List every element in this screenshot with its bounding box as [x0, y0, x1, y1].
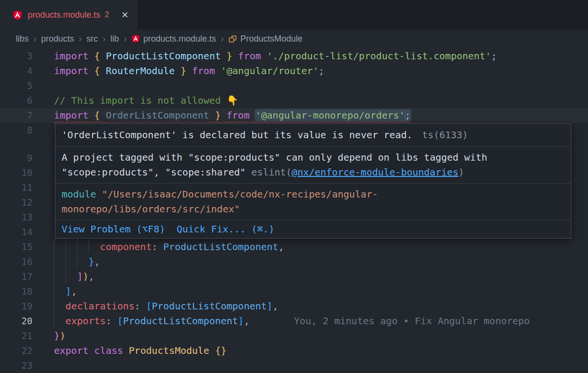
line-number[interactable]: 15 [0, 240, 32, 254]
code-token: '@angular-monorepo/orders' [255, 110, 405, 121]
code-line-4[interactable]: 4import { RouterModule } from '@angular/… [0, 64, 588, 78]
line-content: ], [54, 284, 77, 299]
line-number[interactable]: 21 [0, 329, 32, 343]
code-line-19[interactable]: 19 declarations: [ProductListComponent], [0, 299, 588, 314]
code-line-18[interactable]: 18 ], [0, 284, 588, 299]
breadcrumb-item-products-module-ts[interactable]: products.module.ts [131, 34, 216, 44]
code-line-7[interactable]: 7import { OrderListComponent } from '@an… [0, 108, 588, 123]
line-number[interactable]: 14 [0, 225, 32, 240]
line-content: import { OrderListComponent } from '@ang… [54, 108, 411, 123]
code-line-17[interactable]: 17 ]), [0, 269, 588, 284]
code-token: ProductListComponent [152, 300, 267, 312]
code-line-3[interactable]: 3import { ProductListComponent } from '.… [0, 49, 588, 64]
hover-tooltip: 'OrderListComponent' is declared but its… [55, 123, 571, 239]
eslint-rule-link[interactable]: @nx/enforce-module-boundaries [292, 166, 459, 178]
line-number[interactable]: 4 [0, 64, 32, 78]
line-number[interactable]: 8 [0, 123, 32, 138]
line-number[interactable]: 18 [0, 284, 32, 299]
code-token: '@angular/router' [221, 65, 319, 77]
code-token: ] [267, 300, 273, 312]
breadcrumb-label: lib [110, 34, 119, 44]
code-token: from [186, 65, 221, 77]
code-token: { [94, 50, 106, 62]
line-number[interactable]: 17 [0, 269, 32, 284]
code-token: ProductListComponent [163, 241, 278, 252]
code-token: } [54, 330, 60, 341]
git-blame-annotation: You, 2 minutes ago • Fix Angular monorep… [294, 315, 530, 327]
code-line-6[interactable]: 6// This import is not allowed 👇 [0, 93, 588, 108]
line-content: }) [54, 329, 65, 343]
code-token: ; [405, 110, 411, 121]
breadcrumb-separator: › [103, 34, 106, 44]
code-line-20[interactable]: 20 exports: [ProductListComponent],You, … [0, 314, 588, 329]
line-number[interactable]: 5 [0, 78, 32, 93]
code-token: , [94, 256, 100, 267]
line-number[interactable]: 12 [0, 195, 32, 210]
quick-fix-button[interactable]: Quick Fix... (⌘.) [177, 222, 275, 237]
line-number[interactable]: 16 [0, 254, 32, 269]
line-number[interactable]: 9 [0, 151, 32, 165]
code-line-23[interactable]: 23 [0, 358, 588, 373]
breadcrumb-separator: › [124, 34, 127, 44]
code-line-16[interactable]: 16 }, [0, 254, 588, 269]
code-token: , [273, 300, 278, 312]
code-line-22[interactable]: 22export class ProductsModule {} [0, 343, 588, 358]
line-number[interactable]: 6 [0, 93, 32, 108]
line-number[interactable]: 23 [0, 358, 32, 373]
code-token: exports [65, 315, 106, 327]
breadcrumb-item-productsmodule[interactable]: ProductsModule [228, 34, 302, 44]
line-content: declarations: [ProductListComponent], [54, 299, 278, 314]
line-number[interactable]: 13 [0, 210, 32, 225]
code-token: declarations [65, 300, 135, 312]
code-token: [ [146, 300, 152, 312]
line-content: // This import is not allowed 👇 [54, 93, 238, 108]
code-line-5[interactable]: 5 [0, 78, 588, 93]
code-token: import [54, 110, 94, 121]
line-number[interactable]: 19 [0, 299, 32, 314]
line-number[interactable]: 7 [0, 108, 32, 123]
eslint-message-line1: A project tagged with "scope:products" c… [62, 150, 565, 165]
code-token: // This import is not allowed 👇 [54, 95, 238, 106]
tab-products-module[interactable]: products.module.ts 2 × [0, 0, 139, 30]
code-token: } [88, 256, 94, 267]
angular-icon [12, 10, 22, 20]
hover-eslint-diagnostic: A project tagged with "scope:products" c… [55, 147, 571, 184]
code-token: from [232, 50, 267, 62]
tab-problem-count: 2 [105, 10, 109, 20]
code-token: ) [60, 330, 65, 341]
breadcrumb-item-src[interactable]: src [86, 34, 98, 44]
line-number[interactable]: 3 [0, 49, 32, 64]
code-token: import [54, 65, 94, 77]
line-number[interactable]: 10 [0, 165, 32, 180]
code-token: RouterModule [106, 65, 175, 77]
code-token: ProductListComponent [106, 50, 221, 62]
breadcrumb-separator: › [33, 34, 36, 44]
code-token: OrderListComponent [106, 110, 209, 121]
line-number[interactable]: 20 [0, 314, 32, 329]
module-path-line2: monorepo/libs/orders/src/index" [62, 203, 240, 215]
code-token: ] [77, 271, 83, 282]
code-token: , [71, 285, 77, 297]
indent-guide [77, 239, 77, 269]
breadcrumb-item-lib[interactable]: lib [110, 34, 119, 44]
code-editor[interactable]: 3import { ProductListComponent } from '.… [0, 48, 588, 373]
code-token [54, 315, 65, 327]
breadcrumb-item-products[interactable]: products [41, 34, 74, 44]
indent-guide [88, 239, 89, 254]
line-number[interactable]: 11 [0, 180, 32, 195]
eslint-message-line2: "scope:products", "scope:shared"eslint(@… [62, 165, 565, 180]
code-token: ) [83, 271, 88, 282]
class-icon [228, 34, 237, 43]
code-line-21[interactable]: 21}) [0, 329, 588, 343]
view-problem-button[interactable]: View Problem (⌥F8) [62, 222, 165, 237]
line-number[interactable]: 22 [0, 343, 32, 358]
breadcrumb-item-libs[interactable]: libs [16, 34, 29, 44]
breadcrumb-label: products [41, 34, 74, 44]
tab-bar: products.module.ts 2 × [0, 0, 588, 30]
tab-title: products.module.ts [28, 10, 100, 20]
line-content: ]), [54, 269, 94, 284]
code-token [54, 285, 65, 297]
error-squiggle-range: import { OrderListComponent } from '@ang… [54, 110, 411, 121]
code-token: ProductListComponent [123, 315, 238, 327]
close-icon[interactable]: × [122, 9, 128, 21]
